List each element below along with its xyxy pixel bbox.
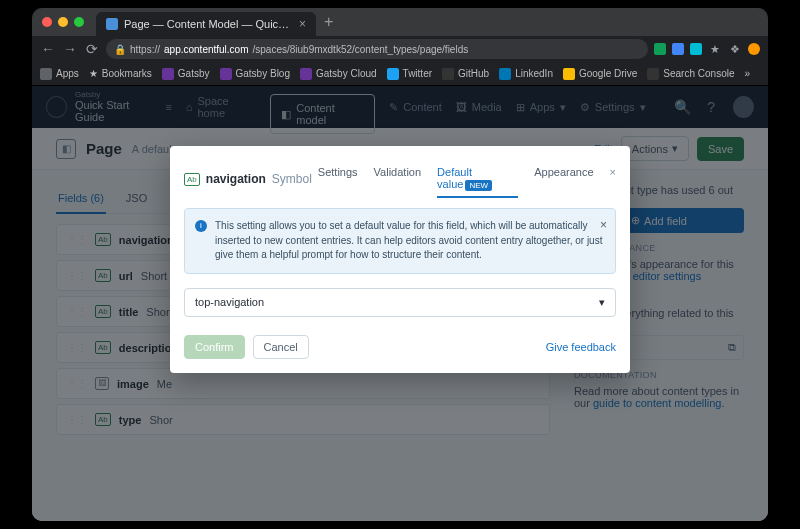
bookmarks-bar: Apps ★ Bookmarks Gatsby Gatsby Blog Gats… — [32, 62, 768, 86]
url-path: /spaces/8iub9mxdtk52/content_types/page/… — [253, 44, 469, 55]
info-icon: i — [195, 220, 207, 232]
modal-tabs: Settings Validation Default valueNEW App… — [318, 160, 616, 198]
modal-tab-default[interactable]: Default valueNEW — [437, 160, 518, 198]
url-prefix: https:// — [130, 44, 160, 55]
chevron-down-icon: ▾ — [599, 296, 605, 309]
maximize-window-icon[interactable] — [74, 17, 84, 27]
minimize-window-icon[interactable] — [58, 17, 68, 27]
bookmark-item[interactable]: Search Console — [647, 68, 734, 80]
forward-icon[interactable]: → — [62, 41, 78, 57]
modal-close-button[interactable]: × — [610, 160, 616, 198]
reload-icon[interactable]: ⟳ — [84, 41, 100, 57]
field-settings-modal: Ab navigation Symbol Settings Validation… — [170, 146, 630, 373]
bookmark-item[interactable]: Gatsby Cloud — [300, 68, 377, 80]
extensions-menu-icon[interactable]: ❖ — [728, 42, 742, 56]
modal-field-kind: Symbol — [272, 172, 312, 186]
close-window-icon[interactable] — [42, 17, 52, 27]
info-close-icon[interactable]: × — [600, 217, 607, 234]
bookmark-item[interactable]: Gatsby — [162, 68, 210, 80]
extension-icon[interactable] — [690, 43, 702, 55]
bookmark-item[interactable]: Gatsby Blog — [220, 68, 290, 80]
info-text: This setting allows you to set a default… — [215, 219, 605, 263]
bookmark-item[interactable]: ★ Bookmarks — [89, 68, 152, 79]
extension-icon[interactable] — [654, 43, 666, 55]
profile-avatar-icon[interactable] — [748, 43, 760, 55]
modal-overlay[interactable]: Ab navigation Symbol Settings Validation… — [32, 86, 768, 521]
window-titlebar: Page — Content Model — Quic… × + — [32, 8, 768, 36]
apps-bookmark[interactable]: Apps — [40, 68, 79, 80]
info-banner: i This setting allows you to set a defau… — [184, 208, 616, 274]
url-host: app.contentful.com — [164, 44, 249, 55]
modal-field-name: navigation — [206, 172, 266, 186]
new-badge: NEW — [465, 180, 492, 191]
bookmark-overflow[interactable]: » — [744, 68, 750, 79]
new-tab-button[interactable]: + — [324, 13, 333, 31]
select-value: top-navigation — [195, 296, 264, 308]
url-input[interactable]: 🔒 https:// app.contentful.com /spaces/8i… — [106, 39, 648, 59]
extension-icon[interactable] — [672, 43, 684, 55]
browser-tab[interactable]: Page — Content Model — Quic… × — [96, 12, 316, 36]
tab-title: Page — Content Model — Quic… — [124, 18, 289, 30]
give-feedback-link[interactable]: Give feedback — [546, 341, 616, 353]
tab-favicon-icon — [106, 18, 118, 30]
modal-tab-settings[interactable]: Settings — [318, 160, 358, 198]
extension-icon[interactable]: ★ — [708, 42, 722, 56]
traffic-lights — [42, 17, 84, 27]
bookmark-item[interactable]: LinkedIn — [499, 68, 553, 80]
bookmark-item[interactable]: GitHub — [442, 68, 489, 80]
bookmark-item[interactable]: Google Drive — [563, 68, 637, 80]
cancel-button[interactable]: Cancel — [253, 335, 309, 359]
default-value-select[interactable]: top-navigation ▾ — [184, 288, 616, 317]
modal-tab-validation[interactable]: Validation — [374, 160, 422, 198]
lock-icon: 🔒 — [114, 44, 126, 55]
tab-close-icon[interactable]: × — [299, 17, 306, 31]
modal-tab-appearance[interactable]: Appearance — [534, 160, 593, 198]
address-bar: ← → ⟳ 🔒 https:// app.contentful.com /spa… — [32, 36, 768, 62]
bookmark-item[interactable]: Twitter — [387, 68, 432, 80]
back-icon[interactable]: ← — [40, 41, 56, 57]
field-type-badge: Ab — [184, 173, 200, 186]
confirm-button[interactable]: Confirm — [184, 335, 245, 359]
